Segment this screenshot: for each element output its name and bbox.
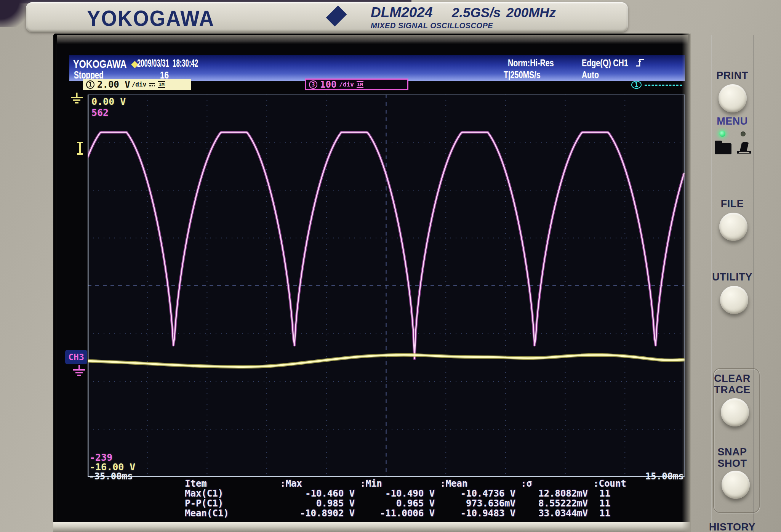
snap-shot-label-line2: SHOT: [704, 458, 761, 470]
printer-icon: [735, 139, 753, 155]
measurement-value: 11: [593, 489, 644, 498]
clear-trace-button[interactable]: [721, 398, 749, 426]
measurement-header: :Mean: [440, 479, 521, 489]
measurement-value: 973.636mV: [440, 498, 521, 508]
ch1-impedance-icon: 1M: [158, 81, 165, 88]
dc-coupling-icon: [149, 82, 155, 87]
ch1-ground-icon: [70, 93, 84, 106]
marker-high-readout: 562: [91, 107, 109, 118]
sample-rate: T|250MS/s: [504, 69, 552, 81]
ch1-scale-box: 1 2.00 V /div 1M: [83, 79, 191, 90]
glass-reflection: [57, 35, 688, 44]
measurement-value: 11: [593, 498, 644, 508]
snap-shot-label-line1: SNAP: [704, 446, 761, 458]
clear-trace-label-line2: TRACE: [704, 384, 761, 396]
utility-button[interactable]: [720, 286, 748, 314]
delay-indicator-icon: 1: [631, 81, 642, 89]
measurement-header: :Max: [280, 479, 360, 489]
measurement-item: P-P(C1): [185, 498, 280, 508]
ch3-scale-unit: /div: [339, 81, 354, 88]
measurement-header: :Count: [593, 479, 644, 489]
screen-right-edge: [682, 34, 691, 532]
measurement-value: -10.4736 V: [440, 489, 521, 498]
print-button[interactable]: [719, 84, 747, 112]
sample-rate-icon: T|: [504, 69, 511, 80]
utility-label: UTILITY: [704, 271, 761, 283]
ch3-scale-box: 3 100 /div 1M: [305, 79, 408, 90]
measurement-header: Item: [185, 479, 280, 489]
ch3-scale: 100: [320, 79, 336, 90]
measurement-value: 0.965 V: [360, 498, 440, 508]
measurement-header: :σ: [521, 479, 593, 489]
ch3-impedance-icon: 1M: [357, 81, 363, 88]
folder-icon: [715, 143, 731, 154]
ch3-number-icon: 3: [309, 80, 317, 89]
menu-led-off-icon: [741, 131, 746, 136]
measurement-value: -10.8902 V: [280, 508, 360, 518]
model-name: DLM2024: [371, 5, 432, 20]
datetime: 2009/03/31 18:30:42: [137, 58, 235, 69]
trigger-source: Edge(Q) CH1: [582, 57, 643, 69]
measurement-value: 0.985 V: [280, 498, 360, 508]
model-subtitle: MIXED SIGNAL OSCILLOSCOPE: [371, 21, 556, 30]
ch1-number-icon: 1: [86, 80, 94, 89]
ch3-ground-icon: [72, 365, 86, 378]
acquisition-mode: Norm:Hi-Res: [508, 57, 568, 69]
trigger-mode: Auto: [582, 69, 604, 81]
measurement-value: 11: [593, 508, 644, 518]
measurement-value: -11.0006 V: [360, 508, 440, 518]
brand-diamond-icon: [326, 6, 347, 27]
brand-logo: YOKOGAWA: [87, 5, 214, 31]
file-button[interactable]: [719, 213, 747, 241]
sample-rate-spec: 2.5GS/s: [452, 5, 501, 20]
measurement-header: :Min: [360, 479, 440, 489]
measurement-item: Max(C1): [185, 489, 280, 498]
snap-shot-button[interactable]: [722, 471, 750, 499]
measurement-item: Mean(C1): [185, 508, 280, 518]
menu-label: MENU: [704, 115, 761, 127]
oscilloscope: YOKOGAWA DLM2024 2.5GS/s 200MHz MIXED SI…: [0, 0, 781, 532]
ch1-scale: 2.00 V: [97, 79, 130, 90]
file-label: FILE: [704, 198, 761, 210]
measurement-value: -10.490 V: [360, 489, 440, 498]
ch1-scale-unit: /div: [132, 81, 147, 88]
waveform-graticule: [88, 95, 685, 477]
history-label: HISTORY: [704, 521, 761, 532]
bandwidth-spec: 200MHz: [506, 5, 556, 20]
delay-dashed-line: [645, 85, 682, 86]
menu-led-on-icon: [719, 131, 725, 137]
trigger-level-icon: [76, 142, 84, 155]
measurement-value: -10.460 V: [280, 489, 360, 498]
measurement-value: 33.0344mV: [521, 508, 593, 518]
ch1-zero-readout: 0.00 V: [91, 96, 126, 107]
screen-bottom-bezel: [53, 522, 690, 532]
measurement-value: 8.55222mV: [521, 498, 593, 508]
clear-trace-label-line1: CLEAR: [704, 373, 761, 385]
rising-edge-icon: [635, 57, 645, 67]
measurement-value: -10.9483 V: [440, 508, 521, 518]
print-label: PRINT: [704, 70, 761, 82]
measurement-value: 12.8082mV: [521, 489, 593, 498]
time-left-readout: -35.00ms: [89, 471, 133, 482]
bezel-plate: YOKOGAWA DLM2024 2.5GS/s 200MHz MIXED SI…: [26, 2, 628, 32]
measurement-table: Item:Max:Min:Mean:σ:CountMax(C1)-10.460 …: [185, 479, 644, 518]
ch3-position-tab: CH3: [65, 350, 87, 364]
